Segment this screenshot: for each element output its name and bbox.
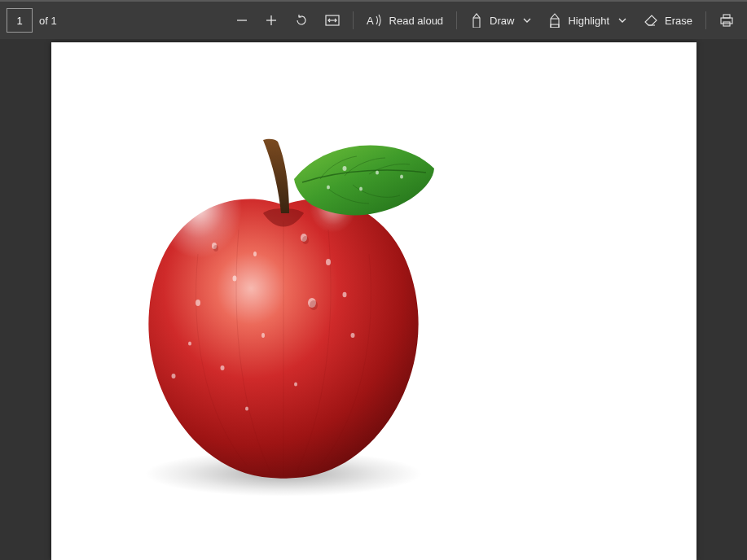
svg-marker-6: [473, 14, 480, 28]
draw-button[interactable]: Draw: [462, 1, 540, 40]
chevron-down-icon: [522, 15, 532, 25]
svg-point-27: [220, 365, 224, 370]
pdf-toolbar: of 1 A Read aloud Draw: [0, 0, 747, 39]
svg-point-41: [327, 186, 330, 190]
svg-point-34: [213, 245, 218, 252]
svg-point-24: [326, 259, 331, 265]
svg-point-28: [188, 342, 191, 346]
erase-button[interactable]: Erase: [635, 1, 701, 40]
svg-point-40: [359, 187, 363, 191]
svg-point-31: [171, 374, 175, 378]
toolbar-separator: [456, 11, 457, 29]
svg-point-20: [232, 276, 236, 282]
draw-dropdown[interactable]: [522, 15, 532, 25]
highlight-label: Highlight: [568, 15, 609, 27]
erase-label: Erase: [665, 15, 692, 27]
print-icon: [719, 14, 734, 27]
print-button[interactable]: [711, 1, 742, 40]
document-image: [100, 91, 459, 506]
fit-page-icon: [325, 15, 340, 26]
chevron-down-icon: [617, 15, 627, 25]
svg-rect-10: [551, 24, 559, 28]
svg-marker-11: [645, 15, 657, 25]
toolbar-separator: [353, 11, 354, 29]
document-viewport[interactable]: [0, 39, 747, 560]
fit-page-button[interactable]: [317, 1, 348, 40]
svg-text:A: A: [367, 15, 374, 27]
read-aloud-icon: A: [367, 14, 383, 27]
svg-point-25: [342, 292, 346, 297]
svg-rect-13: [723, 15, 730, 18]
svg-point-36: [302, 236, 309, 244]
rotate-icon: [294, 13, 309, 28]
rotate-button[interactable]: [286, 1, 317, 40]
highlight-button[interactable]: Highlight: [540, 1, 635, 40]
toolbar-separator: [705, 11, 706, 29]
svg-point-32: [245, 407, 248, 411]
svg-point-35: [310, 300, 318, 310]
zoom-out-icon: [235, 14, 248, 27]
svg-point-38: [376, 171, 379, 175]
zoom-out-button[interactable]: [227, 1, 257, 40]
zoom-in-button[interactable]: [257, 1, 286, 40]
svg-point-22: [253, 252, 257, 256]
svg-point-26: [261, 333, 265, 338]
pdf-page: [51, 42, 696, 560]
erase-icon: [644, 14, 658, 27]
read-aloud-label: Read aloud: [389, 15, 444, 27]
draw-label: Draw: [490, 15, 514, 27]
svg-point-39: [400, 175, 403, 179]
svg-point-37: [342, 166, 346, 171]
svg-point-33: [294, 383, 297, 387]
svg-point-21: [196, 300, 200, 306]
highlight-icon: [548, 13, 561, 28]
svg-marker-8: [551, 14, 559, 28]
page-count-label: of 1: [39, 15, 57, 27]
svg-rect-14: [721, 18, 732, 24]
read-aloud-button[interactable]: A Read aloud: [358, 1, 452, 40]
draw-icon: [470, 13, 483, 28]
page-number-input[interactable]: [7, 8, 33, 33]
svg-point-30: [350, 333, 354, 338]
zoom-in-icon: [265, 14, 278, 27]
highlight-dropdown[interactable]: [617, 15, 627, 25]
